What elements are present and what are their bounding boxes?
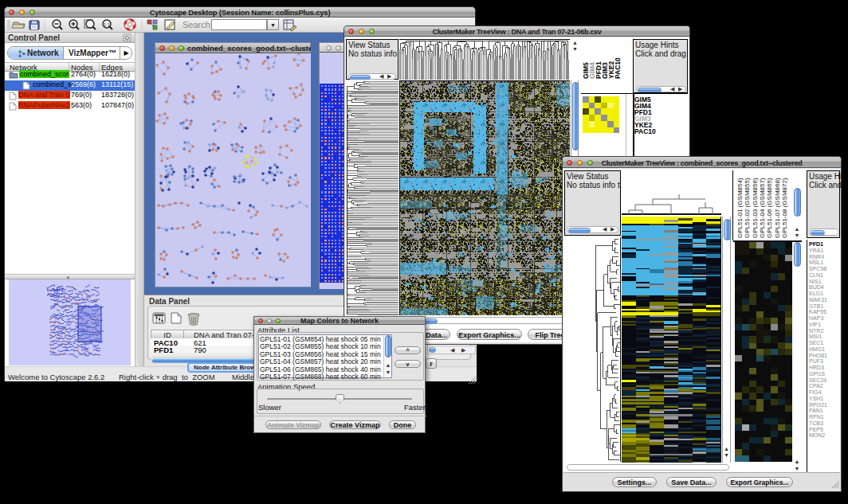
svg-text:1:1: 1:1 (104, 22, 111, 27)
